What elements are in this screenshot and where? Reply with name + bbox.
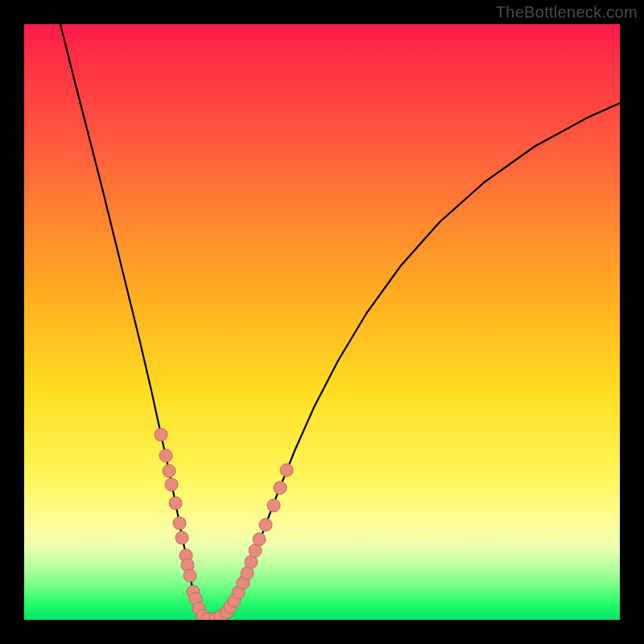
data-dot (274, 481, 287, 494)
data-dot (267, 499, 280, 512)
data-dot (259, 518, 272, 531)
data-dot (159, 449, 172, 462)
plot-area (24, 24, 620, 620)
bottleneck-curve (24, 24, 620, 620)
data-dot (173, 517, 186, 530)
outer-frame: TheBottleneck.com (0, 0, 644, 644)
data-dot (184, 569, 196, 582)
curve-right-branch (211, 103, 620, 620)
data-dot (169, 497, 182, 510)
data-dot (253, 533, 266, 546)
dots-right-cluster (209, 464, 293, 620)
data-dot (165, 478, 178, 491)
data-dot (175, 531, 188, 544)
dots-left-cluster (155, 428, 214, 620)
watermark-text: TheBottleneck.com (496, 3, 638, 22)
curve-left-branch (60, 24, 211, 620)
data-dot (155, 428, 167, 441)
data-dot (163, 464, 175, 477)
data-dot (280, 464, 293, 477)
